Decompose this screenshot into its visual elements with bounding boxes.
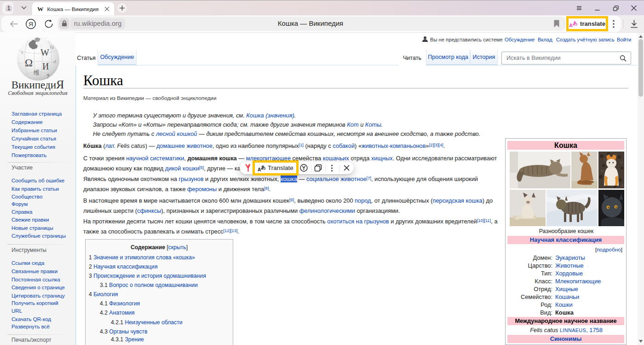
svg-text:维: 维 — [34, 69, 40, 76]
svg-text:あ: あ — [261, 164, 266, 170]
svg-text:ى: ى — [53, 58, 57, 63]
svg-text:И: И — [42, 61, 49, 71]
svg-text:Ω: Ω — [25, 57, 33, 69]
svg-text:あ: あ — [572, 20, 577, 26]
svg-text:ญ: ญ — [50, 45, 54, 49]
svg-text:ϡ: ϡ — [21, 50, 23, 55]
svg-text:Я: Я — [29, 21, 33, 28]
svg-text:W: W — [40, 47, 49, 58]
svg-text:1: 1 — [7, 5, 11, 12]
